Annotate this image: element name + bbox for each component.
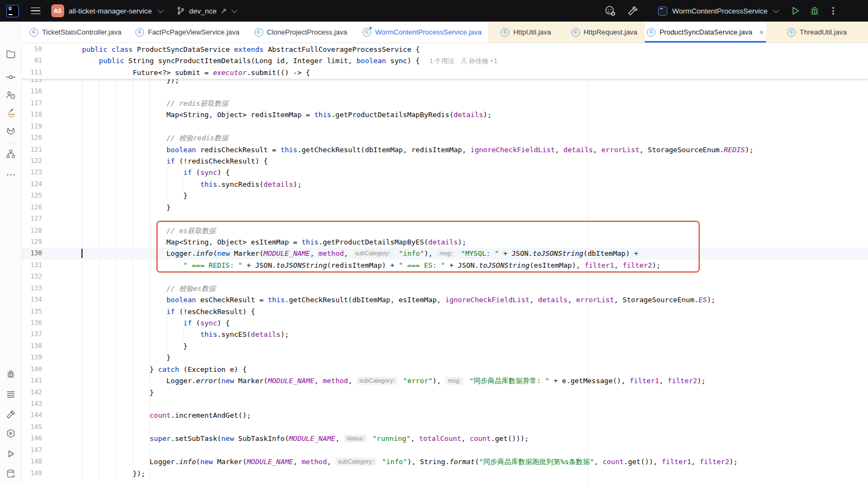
line-number[interactable]: 142 <box>22 387 42 398</box>
code-with-me-icon[interactable]: ? <box>5 90 16 100</box>
editor-tab[interactable]: CFactPcPageViewService.java <box>129 22 245 43</box>
code-line[interactable]: 138 } <box>22 341 868 352</box>
code-line[interactable]: 126 } <box>22 202 868 213</box>
line-number[interactable]: 133 <box>22 283 42 294</box>
line-number[interactable]: 135 <box>22 306 42 317</box>
services-icon[interactable] <box>5 428 16 439</box>
line-number[interactable]: 111 <box>22 67 42 78</box>
line-number[interactable]: 141 <box>22 375 42 386</box>
line-number[interactable]: 137 <box>22 329 42 340</box>
editor-tab[interactable]: CProductSyncDataService.java× <box>645 22 766 43</box>
line-number[interactable]: 117 <box>22 98 42 109</box>
editor-tab[interactable]: CTicketStatsController.java <box>22 22 129 43</box>
leetcode-icon[interactable] <box>5 107 16 118</box>
debug-button-icon[interactable] <box>809 5 821 17</box>
line-number[interactable]: 140 <box>22 364 42 375</box>
line-number[interactable]: 136 <box>22 317 42 329</box>
code-line[interactable]: 120 // 校验redis数据 <box>22 132 868 144</box>
line-number[interactable]: 129 <box>22 236 42 248</box>
line-number[interactable]: 116 <box>22 86 42 97</box>
code-line[interactable]: 147 <box>22 445 868 456</box>
code-line[interactable]: 139 } <box>22 352 868 363</box>
code-line[interactable]: 81 public String syncProductItemDetails(… <box>22 55 868 66</box>
run-icon[interactable] <box>5 448 16 459</box>
gitlab-icon[interactable] <box>5 125 16 136</box>
code-line[interactable]: 148 Logger.info(new Marker(MODULE_NAME, … <box>22 456 868 467</box>
line-number[interactable]: 124 <box>22 179 42 190</box>
code-line[interactable]: 144 count.incrementAndGet(); <box>22 410 868 421</box>
line-number[interactable]: 119 <box>22 121 42 132</box>
line-number[interactable]: 50 <box>22 44 42 55</box>
line-number[interactable]: 149 <box>22 468 42 479</box>
line-number[interactable]: 145 <box>22 421 42 433</box>
line-number[interactable]: 130 <box>22 248 42 259</box>
code-line[interactable]: 146 super.setSubTask(new SubTaskInfo(MOD… <box>22 433 868 444</box>
code-line[interactable]: 119 <box>22 121 868 132</box>
structure-icon[interactable] <box>5 148 16 159</box>
editor-tab[interactable]: CCloneProjectProcess.java <box>245 22 356 43</box>
tab-close-icon[interactable]: × <box>759 29 763 36</box>
todo-icon[interactable] <box>5 389 16 400</box>
line-number[interactable]: 147 <box>22 445 42 456</box>
code-line[interactable]: 133 // 校验es数据 <box>22 283 868 294</box>
code-line[interactable]: 121 boolean redisCheckResult = this.getC… <box>22 144 868 155</box>
code-line[interactable]: 149 }); <box>22 468 868 479</box>
line-number[interactable]: 121 <box>22 144 42 155</box>
code-line[interactable]: 143 <box>22 398 868 410</box>
editor-tab[interactable]: CWormContentProcessService.java <box>356 22 488 43</box>
code-line[interactable]: 50public class ProductSyncDataService ex… <box>22 44 868 55</box>
line-number[interactable]: 131 <box>22 260 42 271</box>
line-number[interactable]: 148 <box>22 456 42 467</box>
line-number[interactable]: 123 <box>22 167 42 178</box>
code-line[interactable]: 137 this.syncES(details); <box>22 329 868 340</box>
code-line[interactable]: 124 this.syncRedis(details); <box>22 179 868 190</box>
commit-icon[interactable] <box>5 72 16 83</box>
code-line[interactable]: 142 } <box>22 387 868 398</box>
line-number[interactable]: 127 <box>22 213 42 225</box>
code-line[interactable]: 111 Future<?> submit = executor.submit((… <box>22 67 868 78</box>
more-icon[interactable] <box>5 169 16 180</box>
more-actions-icon[interactable] <box>832 7 834 15</box>
settings-sync-icon[interactable] <box>604 5 616 17</box>
project-selector[interactable]: AS all-ticket-manager-service <box>51 4 162 17</box>
code-line[interactable]: 136 if (sync) { <box>22 317 868 329</box>
line-number[interactable]: 128 <box>22 225 42 236</box>
database-icon[interactable] <box>5 468 16 479</box>
line-number[interactable]: 139 <box>22 352 42 363</box>
code-line[interactable]: 132 <box>22 271 868 282</box>
line-number[interactable]: 118 <box>22 109 42 120</box>
line-number[interactable]: 143 <box>22 398 42 410</box>
debug-icon[interactable] <box>5 369 16 379</box>
line-number[interactable]: 125 <box>22 190 42 201</box>
line-number[interactable]: 146 <box>22 433 42 444</box>
line-number[interactable]: 144 <box>22 410 42 421</box>
run-configuration-name[interactable]: WormContentProcessService <box>672 7 768 15</box>
line-number[interactable]: 138 <box>22 341 42 352</box>
code-line[interactable]: 145 <box>22 421 868 433</box>
editor-tab[interactable]: CThreadUtil.java <box>766 22 868 43</box>
build-hammer-icon[interactable] <box>627 5 639 17</box>
line-number[interactable]: 120 <box>22 132 42 144</box>
line-number[interactable]: 134 <box>22 294 42 305</box>
code-line[interactable]: 140 } catch (Exception e) { <box>22 364 868 375</box>
project-folder-icon[interactable] <box>5 49 16 59</box>
line-number[interactable]: 126 <box>22 202 42 213</box>
code-line[interactable]: 125 } <box>22 190 868 201</box>
code-line[interactable]: 123 if (sync) { <box>22 167 868 178</box>
line-number[interactable]: 81 <box>22 55 42 66</box>
editor-tab[interactable]: CHttpRequest.java <box>564 22 645 43</box>
code-line[interactable]: 141 Logger.error(new Marker(MODULE_NAME,… <box>22 375 868 386</box>
main-menu-icon[interactable] <box>31 8 40 15</box>
line-number[interactable]: 122 <box>22 155 42 167</box>
build-icon[interactable] <box>5 409 16 420</box>
code-line[interactable]: 117 // redis获取数据 <box>22 98 868 109</box>
code-line[interactable]: 135 if (!esCheckResult) { <box>22 306 868 317</box>
intellij-idea-logo-icon[interactable]: U <box>6 5 19 17</box>
run-button-icon[interactable] <box>789 5 801 17</box>
code-line[interactable]: 134 boolean esCheckResult = this.getChec… <box>22 294 868 305</box>
code-line[interactable]: 116 <box>22 86 868 97</box>
vcs-branch-selector[interactable]: dev_nce ↗ <box>176 6 236 16</box>
code-line[interactable]: 122 if (!redisCheckResult) { <box>22 155 868 167</box>
code-line[interactable]: 118 Map<String, Object> redisItemMap = t… <box>22 109 868 120</box>
line-number[interactable]: 132 <box>22 271 42 282</box>
